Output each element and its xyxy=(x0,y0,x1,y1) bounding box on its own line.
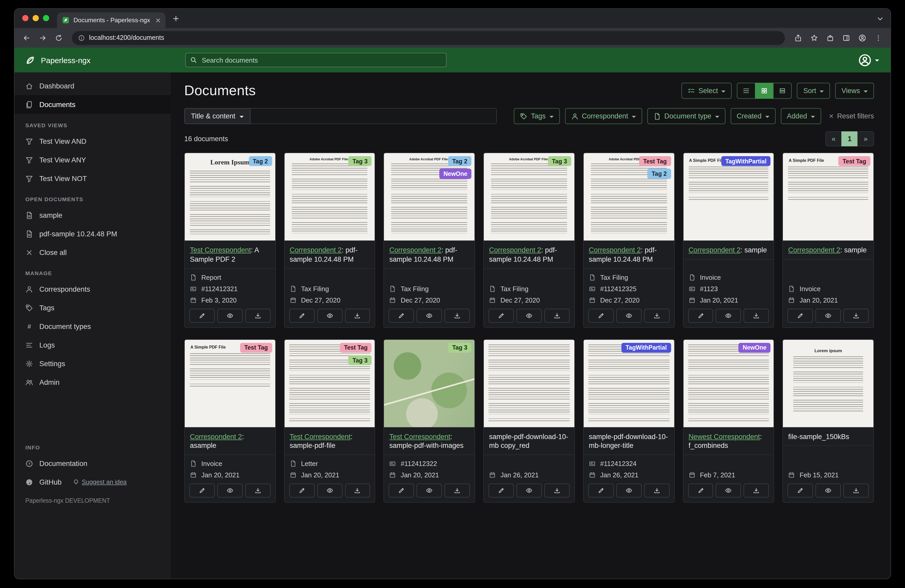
edit-button[interactable] xyxy=(289,484,314,498)
document-thumbnail[interactable]: A Simple PDF File Test Tag xyxy=(783,153,873,241)
view-button[interactable] xyxy=(816,484,841,498)
sidebar-item-open-doc-sample[interactable]: sample xyxy=(14,206,171,224)
search-input[interactable] xyxy=(185,53,446,67)
download-button[interactable] xyxy=(445,309,470,322)
edit-button[interactable] xyxy=(588,309,614,322)
correspondent-link[interactable]: Test Correspondent xyxy=(389,433,451,441)
edit-button[interactable] xyxy=(389,484,414,498)
correspondent-link[interactable]: Test Correspondent xyxy=(289,433,351,441)
suggest-idea-link[interactable]: Suggest an idea xyxy=(73,479,127,486)
edit-button[interactable] xyxy=(289,309,314,322)
download-button[interactable] xyxy=(545,484,570,498)
correspondent-link[interactable]: Correspondent 2 xyxy=(689,246,740,254)
edit-button[interactable] xyxy=(489,484,514,498)
reload-icon[interactable] xyxy=(52,31,66,45)
sidebar-item-github[interactable]: GitHub Suggest an idea xyxy=(14,473,171,491)
close-window-button[interactable] xyxy=(22,15,29,21)
correspondent-link[interactable]: Newest Correspondent xyxy=(689,433,760,441)
document-thumbnail[interactable]: Lorem ipsum xyxy=(783,339,873,428)
document-thumbnail[interactable]: Adobe Acrobat PDF Files Tag 2NewOne xyxy=(384,153,475,241)
tag-badge[interactable]: Tag 2 xyxy=(648,169,671,179)
view-mode-list-button[interactable] xyxy=(737,83,756,99)
tag-badge[interactable]: NewOne xyxy=(439,169,472,179)
document-thumbnail[interactable]: NewOne xyxy=(683,339,773,428)
sidebar-item-saved-view-not[interactable]: Test View NOT xyxy=(14,169,171,188)
download-button[interactable] xyxy=(245,309,271,322)
tag-badge[interactable]: TagWithPartial xyxy=(621,342,671,353)
select-button[interactable]: Select xyxy=(681,83,732,99)
view-button[interactable] xyxy=(317,309,342,322)
new-tab-button[interactable] xyxy=(170,12,182,25)
reset-filters-button[interactable]: Reset filters xyxy=(828,112,874,120)
browser-tab[interactable]: Documents - Paperless-ngx xyxy=(57,13,165,28)
correspondent-link[interactable]: Correspondent 2 xyxy=(389,246,441,254)
document-thumbnail[interactable]: Adobe Acrobat PDF Files Tag 3 xyxy=(484,153,574,241)
filter-query-input[interactable] xyxy=(251,108,497,124)
edit-button[interactable] xyxy=(189,309,215,322)
document-thumbnail[interactable]: Adobe Acrobat PDF Files Tag 3 xyxy=(284,153,375,241)
pagination-prev-button[interactable]: « xyxy=(825,132,842,146)
side-panel-icon[interactable] xyxy=(839,31,853,45)
view-button[interactable] xyxy=(516,484,542,498)
correspondent-link[interactable]: Correspondent 2 xyxy=(289,246,341,254)
view-button[interactable] xyxy=(616,309,641,322)
view-button[interactable] xyxy=(716,484,741,498)
browser-menu-icon[interactable] xyxy=(872,31,885,45)
sidebar-item-tags[interactable]: Tags xyxy=(14,298,171,317)
download-button[interactable] xyxy=(843,309,869,322)
edit-button[interactable] xyxy=(588,484,614,498)
download-button[interactable] xyxy=(644,484,669,498)
pagination-page-1-button[interactable]: 1 xyxy=(841,132,858,146)
tag-badge[interactable]: NewOne xyxy=(739,342,771,353)
sidebar-item-open-doc-pdf-sample[interactable]: pdf-sample 10.24.48 PM xyxy=(14,224,171,243)
extensions-puzzle-icon[interactable] xyxy=(823,31,837,45)
address-bar[interactable]: localhost:4200/documents xyxy=(72,31,785,45)
sort-button[interactable]: Sort xyxy=(797,83,830,99)
edit-button[interactable] xyxy=(489,309,514,322)
view-button[interactable] xyxy=(317,484,342,498)
correspondent-filter-button[interactable]: Correspondent xyxy=(565,108,642,124)
added-filter-button[interactable]: Added xyxy=(781,108,821,124)
download-button[interactable] xyxy=(245,484,271,498)
tags-filter-button[interactable]: Tags xyxy=(514,108,560,124)
tag-badge[interactable]: Tag 3 xyxy=(348,355,372,365)
sidebar-item-documents[interactable]: Documents xyxy=(14,95,171,114)
bookmark-star-icon[interactable] xyxy=(807,31,821,45)
document-thumbnail[interactable]: A Simple PDF File TagWithPartial xyxy=(683,153,773,241)
tab-close-icon[interactable] xyxy=(155,17,162,24)
document-thumbnail[interactable]: TagWithPartial xyxy=(584,339,674,428)
sidebar-item-logs[interactable]: Logs xyxy=(14,336,171,354)
tag-badge[interactable]: Test Tag xyxy=(340,342,372,353)
edit-button[interactable] xyxy=(788,484,813,498)
view-button[interactable] xyxy=(716,309,741,322)
back-icon[interactable] xyxy=(20,31,33,45)
download-button[interactable] xyxy=(345,309,370,322)
edit-button[interactable] xyxy=(688,309,713,322)
tab-search-chevron-icon[interactable] xyxy=(876,14,884,22)
filter-field-dropdown[interactable]: Title & content xyxy=(184,108,251,124)
sidebar-item-documentation[interactable]: ? Documentation xyxy=(14,454,171,473)
profile-avatar-icon[interactable] xyxy=(855,31,869,45)
tag-badge[interactable]: Tag 3 xyxy=(448,342,472,353)
correspondent-link[interactable]: Correspondent 2 xyxy=(589,246,641,254)
document-thumbnail[interactable]: A Simple PDF File Test Tag xyxy=(185,339,275,428)
zoom-window-button[interactable] xyxy=(43,15,49,21)
tag-badge[interactable]: Test Tag xyxy=(639,156,671,166)
download-button[interactable] xyxy=(744,484,769,498)
view-button[interactable] xyxy=(616,484,641,498)
tag-badge[interactable]: Tag 3 xyxy=(548,156,571,166)
correspondent-link[interactable]: Test Correspondent xyxy=(190,246,251,254)
tag-badge[interactable]: Tag 2 xyxy=(448,156,472,166)
edit-button[interactable] xyxy=(688,484,713,498)
sidebar-item-document-types[interactable]: # Document types xyxy=(14,317,171,336)
download-button[interactable] xyxy=(644,309,669,322)
correspondent-link[interactable]: Correspondent 2 xyxy=(489,246,541,254)
views-button[interactable]: Views xyxy=(835,83,874,99)
document-thumbnail[interactable]: Lorem Ipsum Tag 2 xyxy=(185,153,275,241)
tag-badge[interactable]: Tag 2 xyxy=(249,156,272,166)
tag-badge[interactable]: Test Tag xyxy=(240,342,272,353)
sidebar-item-correspondents[interactable]: Correspondents xyxy=(14,280,171,298)
share-icon[interactable] xyxy=(791,31,805,45)
tag-badge[interactable]: TagWithPartial xyxy=(721,156,770,166)
site-info-icon[interactable] xyxy=(78,34,85,41)
